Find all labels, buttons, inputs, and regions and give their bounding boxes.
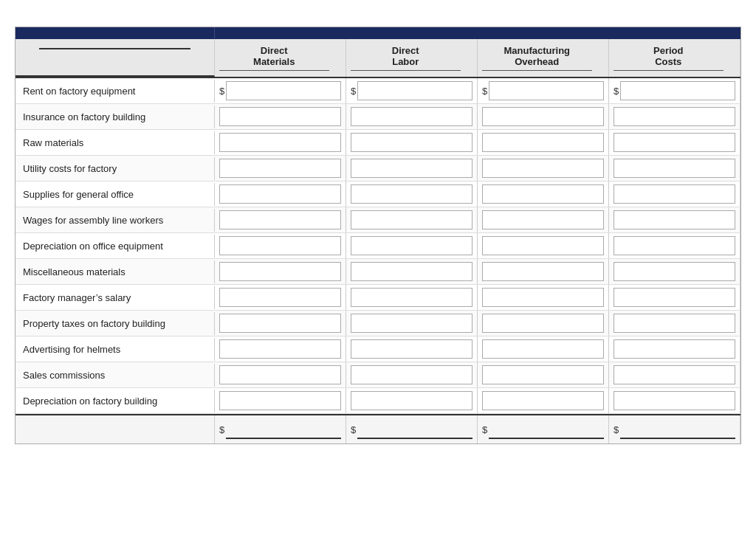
- depreciation-office-equipment-manufacturing-overhead-input[interactable]: [482, 236, 604, 255]
- table-row: Depreciation on office equipment: [16, 233, 740, 259]
- raw-materials-direct-materials-input[interactable]: [219, 133, 341, 152]
- miscellaneous-materials-manufacturing-overhead-cell: [478, 259, 609, 284]
- supplies-general-office-direct-labor-input[interactable]: [351, 184, 472, 204]
- advertising-helmets-direct-labor-input[interactable]: [351, 339, 472, 359]
- supplies-general-office-direct-materials-input[interactable]: [219, 184, 341, 204]
- cost-item-raw-materials: Raw materials: [16, 131, 215, 154]
- table-row: Raw materials: [16, 130, 740, 156]
- depreciation-factory-building-direct-materials-cell: [215, 388, 346, 413]
- raw-materials-period-costs-cell: [609, 130, 740, 155]
- depreciation-factory-building-direct-materials-input[interactable]: [219, 391, 341, 410]
- cost-item-supplies-general-office: Supplies for general office: [16, 183, 215, 206]
- depreciation-office-equipment-direct-labor-input[interactable]: [351, 236, 472, 255]
- table-row: Advertising for helmets: [16, 336, 740, 362]
- insurance-factory-building-period-costs-input[interactable]: [614, 107, 735, 126]
- supplies-general-office-period-costs-input[interactable]: [614, 184, 735, 204]
- sales-commissions-direct-labor-cell: [346, 362, 478, 387]
- insurance-factory-building-manufacturing-overhead-cell: [478, 104, 609, 129]
- advertising-helmets-manufacturing-overhead-input[interactable]: [482, 339, 604, 359]
- wages-assembly-workers-period-costs-input[interactable]: [614, 210, 735, 229]
- depreciation-factory-building-period-costs-cell: [609, 388, 740, 413]
- table-row: Depreciation on factory building: [16, 388, 740, 414]
- utility-costs-factory-manufacturing-overhead-input[interactable]: [482, 159, 604, 178]
- utility-costs-factory-manufacturing-overhead-cell: [478, 156, 609, 181]
- dollar-sign-manufacturing-overhead: $: [482, 86, 487, 97]
- rent-factory-equipment-period-costs-input[interactable]: [620, 81, 735, 100]
- insurance-factory-building-direct-labor-cell: [346, 104, 478, 129]
- property-taxes-factory-direct-labor-input[interactable]: [351, 314, 472, 333]
- total-period-costs-input[interactable]: [620, 420, 735, 439]
- miscellaneous-materials-period-costs-cell: [609, 259, 740, 284]
- raw-materials-manufacturing-overhead-input[interactable]: [482, 133, 604, 152]
- rent-factory-equipment-manufacturing-overhead-input[interactable]: [489, 81, 604, 100]
- cost-item-property-taxes-factory: Property taxes on factory building: [16, 312, 215, 335]
- rent-factory-equipment-direct-labor-input[interactable]: [357, 81, 472, 100]
- wages-assembly-workers-manufacturing-overhead-input[interactable]: [482, 210, 604, 229]
- depreciation-office-equipment-manufacturing-overhead-cell: [478, 233, 609, 258]
- sales-commissions-manufacturing-overhead-input[interactable]: [482, 365, 604, 384]
- advertising-helmets-direct-materials-input[interactable]: [219, 339, 341, 359]
- factory-manager-salary-period-costs-input[interactable]: [614, 288, 735, 307]
- property-taxes-factory-period-costs-cell: [609, 311, 740, 336]
- total-row: $ $ $ $: [16, 414, 740, 443]
- depreciation-factory-building-manufacturing-overhead-input[interactable]: [482, 391, 604, 410]
- rent-factory-equipment-period-costs-cell: $: [609, 78, 740, 103]
- wages-assembly-workers-period-costs-cell: [609, 207, 740, 232]
- cost-item-depreciation-factory-building: Depreciation on factory building: [16, 390, 215, 412]
- depreciation-factory-building-period-costs-input[interactable]: [614, 391, 735, 410]
- miscellaneous-materials-period-costs-input[interactable]: [614, 262, 735, 281]
- total-manufacturing-overhead-input[interactable]: [489, 420, 604, 439]
- raw-materials-direct-labor-input[interactable]: [351, 133, 472, 152]
- cost-item-sales-commissions: Sales commissions: [16, 364, 215, 387]
- miscellaneous-materials-direct-labor-cell: [346, 259, 478, 284]
- wages-assembly-workers-direct-materials-input[interactable]: [219, 210, 341, 229]
- supplies-general-office-manufacturing-overhead-cell: [478, 182, 609, 207]
- wages-assembly-workers-direct-materials-cell: [215, 207, 346, 232]
- insurance-factory-building-period-costs-cell: [609, 104, 740, 129]
- depreciation-office-equipment-period-costs-cell: [609, 233, 740, 258]
- sales-commissions-direct-labor-input[interactable]: [351, 365, 472, 384]
- factory-manager-salary-direct-materials-input[interactable]: [219, 288, 341, 307]
- insurance-factory-building-direct-materials-input[interactable]: [219, 107, 341, 126]
- property-taxes-factory-period-costs-input[interactable]: [614, 314, 735, 333]
- raw-materials-period-costs-input[interactable]: [614, 133, 735, 152]
- sales-commissions-period-costs-input[interactable]: [614, 365, 735, 384]
- utility-costs-factory-direct-labor-input[interactable]: [351, 159, 472, 178]
- dollar-sign-direct-materials: $: [219, 86, 224, 97]
- utility-costs-factory-direct-materials-input[interactable]: [219, 159, 341, 178]
- depreciation-office-equipment-period-costs-input[interactable]: [614, 236, 735, 255]
- factory-manager-salary-direct-materials-cell: [215, 285, 346, 310]
- total-direct-labor-input[interactable]: [357, 420, 472, 439]
- total-manufacturing-overhead-cell: $: [478, 415, 609, 443]
- property-taxes-factory-direct-materials-cell: [215, 311, 346, 336]
- cost-item-factory-manager-salary: Factory manager’s salary: [16, 286, 215, 309]
- depreciation-office-equipment-direct-materials-input[interactable]: [219, 236, 341, 255]
- property-taxes-factory-manufacturing-overhead-cell: [478, 311, 609, 336]
- property-taxes-factory-manufacturing-overhead-input[interactable]: [482, 314, 604, 333]
- wages-assembly-workers-direct-labor-input[interactable]: [351, 210, 472, 229]
- factory-manager-salary-manufacturing-overhead-input[interactable]: [482, 288, 604, 307]
- supplies-general-office-period-costs-cell: [609, 182, 740, 207]
- rent-factory-equipment-direct-materials-input[interactable]: [226, 81, 341, 100]
- depreciation-factory-building-direct-labor-input[interactable]: [351, 391, 472, 410]
- cost-item-rent-factory-equipment: Rent on factory equipment: [16, 80, 215, 103]
- miscellaneous-materials-direct-materials-input[interactable]: [219, 262, 341, 281]
- rent-factory-equipment-direct-materials-cell: $: [215, 78, 346, 103]
- table-row: Utility costs for factory: [16, 156, 740, 182]
- miscellaneous-materials-direct-labor-input[interactable]: [351, 262, 472, 281]
- product-costs-header: [215, 27, 740, 39]
- col-header-cost-item: [16, 39, 215, 77]
- rent-factory-equipment-direct-labor-cell: $: [346, 78, 478, 103]
- insurance-factory-building-manufacturing-overhead-input[interactable]: [482, 107, 604, 126]
- insurance-factory-building-direct-labor-input[interactable]: [351, 107, 472, 126]
- supplies-general-office-manufacturing-overhead-input[interactable]: [482, 184, 604, 204]
- miscellaneous-materials-manufacturing-overhead-input[interactable]: [482, 262, 604, 281]
- table-row: Property taxes on factory building: [16, 311, 740, 336]
- property-taxes-factory-direct-materials-input[interactable]: [219, 314, 341, 333]
- advertising-helmets-period-costs-input[interactable]: [614, 339, 735, 359]
- total-direct-materials-input[interactable]: [226, 420, 341, 439]
- factory-manager-salary-direct-labor-input[interactable]: [351, 288, 472, 307]
- sales-commissions-direct-materials-input[interactable]: [219, 365, 341, 384]
- dollar-sign-direct-labor: $: [351, 86, 356, 97]
- utility-costs-factory-period-costs-input[interactable]: [614, 159, 735, 178]
